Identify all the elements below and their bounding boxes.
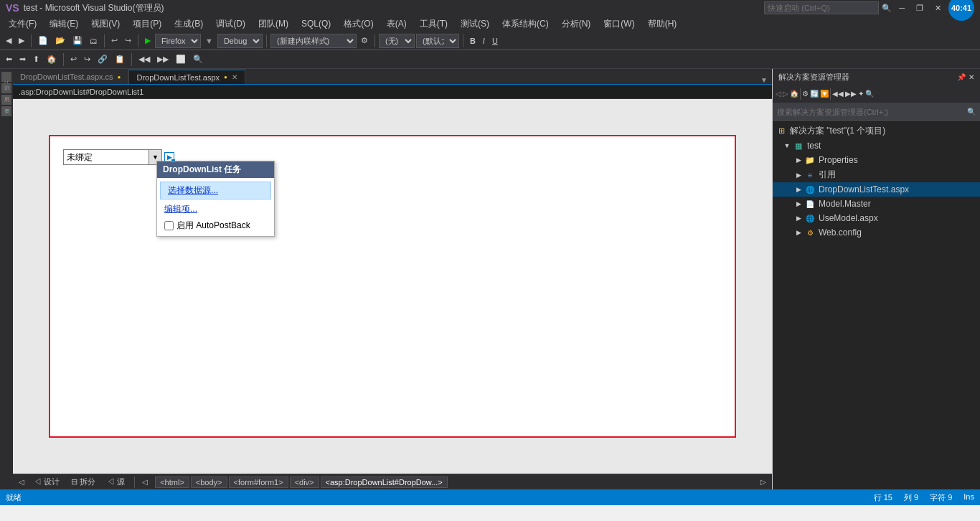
quick-launch-input[interactable] — [764, 1, 879, 14]
toolbar2-btn6[interactable]: ↪ — [81, 53, 93, 65]
toolbar2-btn4[interactable]: 🏠 — [44, 53, 60, 65]
se-props-btn[interactable]: ⚙ — [802, 90, 809, 98]
se-filter-btn[interactable]: 🔽 — [820, 90, 829, 98]
se-pin-button[interactable]: 📌 — [957, 73, 966, 81]
undo-button[interactable]: ↩ — [108, 34, 121, 47]
solution-search-input[interactable] — [777, 108, 967, 116]
tab-aspx-close[interactable]: ✕ — [232, 73, 237, 81]
toolbar2-btn8[interactable]: 📋 — [112, 53, 128, 65]
back-button[interactable]: ◀ — [3, 34, 14, 47]
size-selector[interactable]: (默认大小) — [416, 34, 459, 48]
bottom-left-arrow[interactable]: ◁ — [16, 478, 27, 486]
tree-properties[interactable]: ▶ 📁 Properties — [773, 153, 980, 167]
se-close-button[interactable]: ✕ — [969, 73, 974, 81]
crumb-body[interactable]: <body> — [191, 477, 227, 488]
smart-tag-datasource[interactable]: 选择数据源... — [160, 182, 271, 200]
crumb-form[interactable]: <form#form1> — [229, 477, 288, 488]
font-selector[interactable]: (无) — [379, 34, 415, 48]
underline-button[interactable]: U — [489, 35, 501, 47]
sidebar-icon-3[interactable]: 用 — [1, 95, 11, 105]
run-button[interactable]: ▶ — [142, 34, 154, 47]
toolbar2-btn1[interactable]: ⬅ — [3, 53, 15, 65]
tree-project[interactable]: ▼ ▦ test — [773, 139, 980, 153]
tab-aspx[interactable]: DropDownListTest.aspx ● ✕ — [128, 70, 245, 84]
autopostback-checkbox[interactable] — [164, 221, 174, 230]
smart-tag-autopostback[interactable]: 启用 AutoPostBack — [157, 217, 274, 234]
style-selector[interactable]: (新建内联样式) — [270, 34, 357, 48]
tree-modelmaster[interactable]: ▶ 📄 Model.Master — [773, 197, 980, 211]
menu-edit[interactable]: 编辑(E) — [44, 17, 84, 32]
sidebar-icon-1[interactable]: 认 — [1, 72, 11, 82]
italic-button[interactable]: I — [480, 35, 488, 47]
tab-design[interactable]: ◁ 设计 — [29, 474, 65, 489]
open-button[interactable]: 📂 — [52, 34, 68, 47]
dropdown-value-input[interactable] — [64, 150, 149, 164]
breadcrumb-right-arrow[interactable]: ▷ — [758, 478, 769, 486]
menu-view[interactable]: 视图(V) — [85, 17, 126, 32]
redo-button[interactable]: ↪ — [122, 34, 134, 47]
menu-test[interactable]: 测试(S) — [455, 17, 495, 32]
tab-dropdown[interactable]: ▼ — [756, 76, 772, 84]
crumb-div[interactable]: <div> — [290, 477, 319, 488]
style-btn[interactable]: ⚙ — [358, 34, 371, 47]
tree-solution[interactable]: ⊞ 解决方案 "test"(1 个项目) — [773, 123, 980, 139]
toolbar2-btn3[interactable]: ⬆ — [30, 53, 42, 65]
new-file-button[interactable]: 📄 — [35, 34, 51, 47]
bold-button[interactable]: B — [467, 35, 479, 47]
datasource-link[interactable]: 选择数据源... — [168, 185, 218, 195]
se-back-btn[interactable]: ◁ — [776, 90, 781, 98]
config-selector[interactable]: Debug — [217, 34, 263, 48]
se-search2-btn[interactable]: 🔍 — [865, 90, 874, 98]
menu-help[interactable]: 帮助(H) — [642, 17, 683, 32]
menu-project[interactable]: 项目(P) — [127, 17, 167, 32]
forward-button[interactable]: ▶ — [16, 34, 27, 47]
menu-arch[interactable]: 体系结构(C) — [496, 17, 555, 32]
smart-tag-edit[interactable]: 编辑项... — [157, 201, 274, 217]
se-expand-btn[interactable]: ▶▶ — [845, 90, 857, 98]
menu-format[interactable]: 格式(O) — [338, 17, 379, 32]
sep-bottom — [134, 477, 135, 488]
menu-build[interactable]: 生成(B) — [169, 17, 209, 32]
se-home-btn[interactable]: 🏠 — [790, 90, 798, 98]
sidebar-icon-4[interactable]: 资 — [1, 106, 11, 116]
toolbar2-btn9[interactable]: ◀◀ — [136, 53, 153, 65]
crumb-html[interactable]: <html> — [155, 477, 189, 488]
toolbar2-btn10[interactable]: ▶▶ — [154, 53, 171, 65]
menu-team[interactable]: 团队(M) — [253, 17, 294, 32]
toolbar2-btn11[interactable]: ⬜ — [173, 53, 189, 65]
menu-window[interactable]: 窗口(W) — [598, 17, 640, 32]
minimize-button[interactable]: ─ — [895, 4, 909, 12]
menu-file[interactable]: 文件(F) — [3, 17, 42, 32]
menu-tools[interactable]: 工具(T) — [414, 17, 453, 32]
sidebar-icon-2[interactable]: 识 — [1, 83, 11, 93]
tab-split[interactable]: ⊟ 拆分 — [66, 474, 100, 489]
menu-table[interactable]: 表(A) — [381, 17, 413, 32]
menu-debug[interactable]: 调试(D) — [210, 17, 251, 32]
maximize-button[interactable]: ❐ — [912, 4, 928, 13]
crumb-dropdown[interactable]: <asp:DropDownList#DropDow...> — [321, 477, 448, 488]
tab-cs[interactable]: DropDownListTest.aspx.cs ● — [13, 70, 128, 84]
se-refresh-btn[interactable]: 🔄 — [810, 90, 819, 98]
save-button[interactable]: 💾 — [70, 34, 85, 47]
tree-webconfig[interactable]: ▶ ⚙ Web.config — [773, 225, 980, 240]
close-button[interactable]: ✕ — [930, 4, 946, 13]
toolbar2-btn5[interactable]: ↩ — [67, 53, 80, 65]
se-forward-btn[interactable]: ▷ — [783, 90, 788, 98]
save-all-button[interactable]: 🗂 — [87, 35, 100, 47]
browser-selector[interactable]: Firefox — [155, 34, 201, 48]
menu-sql[interactable]: SQL(Q) — [296, 17, 336, 30]
breadcrumb-left-arrow[interactable]: ◁ — [139, 478, 151, 486]
menu-analyze[interactable]: 分析(N) — [556, 17, 597, 32]
toolbar2-btn2[interactable]: ➡ — [17, 53, 29, 65]
edit-items-link[interactable]: 编辑项... — [164, 204, 197, 214]
tab-source[interactable]: ◁ 源 — [102, 474, 130, 489]
toolbar2-btn12[interactable]: 🔍 — [190, 53, 206, 65]
se-new-btn[interactable]: ✦ — [858, 90, 864, 98]
sep-t2 — [63, 53, 64, 66]
tree-dropdownlisttest[interactable]: ▶ 🌐 DropDownListTest.aspx — [773, 182, 980, 197]
tree-usemodel[interactable]: ▶ 🌐 UseModel.aspx — [773, 211, 980, 225]
se-more-btn[interactable]: ◀◀ — [832, 90, 844, 98]
toolbar2-btn7[interactable]: 🔗 — [95, 53, 110, 65]
tab-cs-label: DropDownListTest.aspx.cs — [20, 72, 113, 81]
tree-references[interactable]: ▶ ≡ 引用 — [773, 167, 980, 182]
